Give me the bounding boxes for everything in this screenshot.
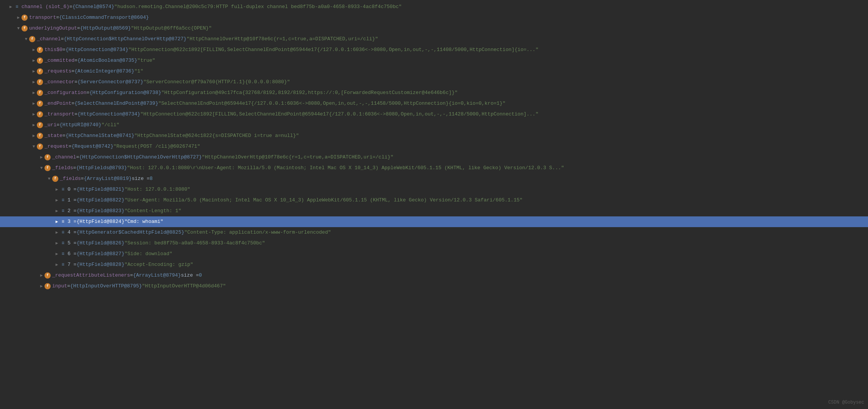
text-string-val: "Session: bed8f75b-a0a0-4658-8933-4ac8f4… (124, 238, 265, 249)
text-var-name: _committed (45, 55, 74, 66)
row-content: input = {HttpInputOverHTTP@8795} "HttpIn… (52, 281, 868, 292)
tree-row-channel[interactable]: ≡channel (slot_6) = {Channel@8574} "huds… (0, 2, 868, 12)
expand-arrow[interactable] (54, 195, 60, 206)
expand-arrow[interactable] (31, 98, 37, 109)
tree-row-underlyingOutput[interactable]: funderlyingOutput = {HttpOutput@8569} "H… (0, 23, 868, 34)
text-operator: = (56, 12, 59, 23)
expand-arrow[interactable] (31, 87, 37, 98)
expand-arrow[interactable] (23, 34, 29, 45)
field-icon: f (45, 154, 51, 160)
tree-row-_requestAttributeListeners[interactable]: f_requestAttributeListeners = {ArrayList… (0, 270, 868, 281)
text-string-val: "Content-Type: application/x-www-form-ur… (184, 227, 331, 238)
expand-arrow[interactable] (31, 77, 37, 87)
tree-row-_uri[interactable]: f_uri = {HttpURI@8740} "/cli" (0, 120, 868, 130)
text-operator: = (67, 281, 70, 292)
expand-arrow[interactable] (31, 109, 37, 120)
text-ref-type: {AtomicInteger@8736} (74, 66, 134, 77)
row-content: 4 = {HttpGenerator$CachedHttpField@8825}… (68, 227, 868, 238)
expand-arrow[interactable] (54, 238, 60, 249)
tree-row-field6[interactable]: ≡6 = {HttpField@8827} "Side: download" (0, 249, 868, 259)
tree-row-_configuration[interactable]: f_configuration = {HttpConfiguration@873… (0, 87, 868, 98)
tree-row-input[interactable]: finput = {HttpInputOverHTTP@8795} "HttpI… (0, 281, 868, 292)
text-string-val: "hudson.remoting.Channel@200c5c79:HTTP f… (114, 2, 402, 12)
tree-row-_fields2[interactable]: f_fields = {ArrayList@8819} size = 8 (0, 173, 868, 184)
tree-row-_fields[interactable]: f_fields = {HttpFields@8793} "Host: 127.… (0, 163, 868, 173)
tree-row-_connector[interactable]: f_connector = {ServerConnector@8737} "Se… (0, 77, 868, 87)
expand-arrow[interactable] (31, 45, 37, 55)
field-icon: f (45, 272, 51, 279)
row-content: _transport = {HttpConnection@8734} "Http… (45, 109, 868, 120)
text-ref-type: {HttpFields@8793} (76, 163, 127, 173)
expand-arrow[interactable] (54, 227, 60, 238)
text-ref-type: {HttpChannelState@8741} (66, 130, 134, 141)
tree-row-transport[interactable]: ftransport = {ClassicCommandTransport@86… (0, 12, 868, 23)
text-operator: = (63, 130, 66, 141)
tree-row-field4[interactable]: ≡4 = {HttpGenerator$CachedHttpField@8825… (0, 227, 868, 238)
text-ref-type: {HttpConnection$HttpChannelOverHttp@8727… (64, 34, 186, 45)
row-content: 2 = {HttpField@8823} "Content-Length: 1" (68, 206, 868, 216)
expand-arrow[interactable] (15, 12, 21, 23)
expand-arrow[interactable] (54, 206, 60, 216)
field-icon: f (37, 122, 43, 128)
text-var-name: _connector (45, 77, 74, 87)
text-label: 7 = (68, 259, 76, 270)
list-icon: ≡ (60, 229, 66, 236)
tree-row-_transport2[interactable]: f_transport = {HttpConnection@8734} "Htt… (0, 109, 868, 120)
row-content: 6 = {HttpField@8827} "Side: download" (68, 249, 868, 259)
text-var-name: _state (45, 130, 63, 141)
expand-arrow[interactable] (31, 66, 37, 77)
text-operator: = (74, 55, 78, 66)
text-operator: = (73, 163, 76, 173)
expand-arrow[interactable] (38, 281, 45, 292)
expand-arrow[interactable] (46, 173, 52, 184)
watermark: CSDN @Gobysec (828, 400, 864, 405)
tree-row-_state[interactable]: f_state = {HttpChannelState@8741} "HttpC… (0, 130, 868, 141)
row-content: this$0 = {HttpConnection@8734} "HttpConn… (45, 45, 868, 55)
tree-row-_endPoint[interactable]: f_endPoint = {SelectChannelEndPoint@8739… (0, 98, 868, 109)
text-operator: = (130, 270, 133, 281)
text-ref-type: {HttpField@8823} (76, 206, 124, 216)
tree-row-field3[interactable]: ≡3 = {HttpField@8824} "Cmd: whoami" (0, 216, 868, 227)
expand-arrow[interactable] (38, 152, 45, 163)
tree-row-field0[interactable]: ≡0 = {HttpField@8821} "Host: 127.0.0.1:8… (0, 184, 868, 195)
tree-row-this0[interactable]: fthis$0 = {HttpConnection@8734} "HttpCon… (0, 45, 868, 55)
text-ref-type: {HttpGenerator$CachedHttpField@8825} (76, 227, 184, 238)
text-label: 1 = (68, 195, 76, 206)
text-label: size = (181, 270, 199, 281)
tree-row-_committed[interactable]: f_committed = {AtomicBoolean@8735} "true… (0, 55, 868, 66)
expand-arrow[interactable] (54, 184, 60, 195)
tree-row-_request[interactable]: f_request = {Request@8742} "Request(POST… (0, 141, 868, 152)
expand-arrow[interactable] (31, 55, 37, 66)
row-content: _uri = {HttpURI@8740} "/cli" (45, 120, 868, 130)
tree-row-_channel2[interactable]: f_channel = {HttpConnection$HttpChannelO… (0, 152, 868, 163)
tree-row-_requests[interactable]: f_requests = {AtomicInteger@8736} "1" (0, 66, 868, 77)
tree-row-field1[interactable]: ≡1 = {HttpField@8822} "User-Agent: Mozil… (0, 195, 868, 206)
tree-row-_channel[interactable]: f_channel = {HttpConnection$HttpChannelO… (0, 34, 868, 45)
tree-row-field7[interactable]: ≡7 = {HttpField@8828} "Accept-Encoding: … (0, 259, 868, 270)
expand-arrow[interactable] (31, 130, 37, 141)
tree-row-field5[interactable]: ≡5 = {HttpField@8826} "Session: bed8f75b… (0, 238, 868, 249)
expand-arrow[interactable] (15, 23, 21, 34)
expand-arrow[interactable] (54, 249, 60, 259)
expand-arrow[interactable] (38, 270, 45, 281)
tree-row-field2[interactable]: ≡2 = {HttpField@8823} "Content-Length: 1… (0, 206, 868, 216)
expand-arrow[interactable] (54, 216, 60, 227)
text-number-val: 0 (199, 270, 202, 281)
text-string-val: "HttpConnection@622c1892[FILLING,SelectC… (128, 45, 538, 55)
text-ref-type: {HttpConnection@8734} (66, 45, 129, 55)
expand-arrow[interactable] (38, 163, 45, 173)
expand-arrow[interactable] (54, 259, 60, 270)
text-var-name: _uri (45, 120, 56, 130)
list-icon: ≡ (60, 197, 66, 203)
text-operator: = (56, 120, 59, 130)
text-operator: = (74, 77, 78, 87)
expand-arrow[interactable] (8, 2, 14, 12)
text-label: 5 = (68, 238, 76, 249)
expand-arrow[interactable] (31, 120, 37, 130)
row-content: 3 = {HttpField@8824} "Cmd: whoami" (68, 216, 868, 227)
text-ref-type: {HttpField@8822} (76, 195, 124, 206)
expand-arrow[interactable] (31, 141, 37, 152)
text-ref-type: {HttpField@8828} (76, 259, 124, 270)
row-content: channel (slot_6) = {Channel@8574} "hudso… (21, 2, 868, 12)
text-ref-type: {HttpURI@8740} (59, 120, 101, 130)
